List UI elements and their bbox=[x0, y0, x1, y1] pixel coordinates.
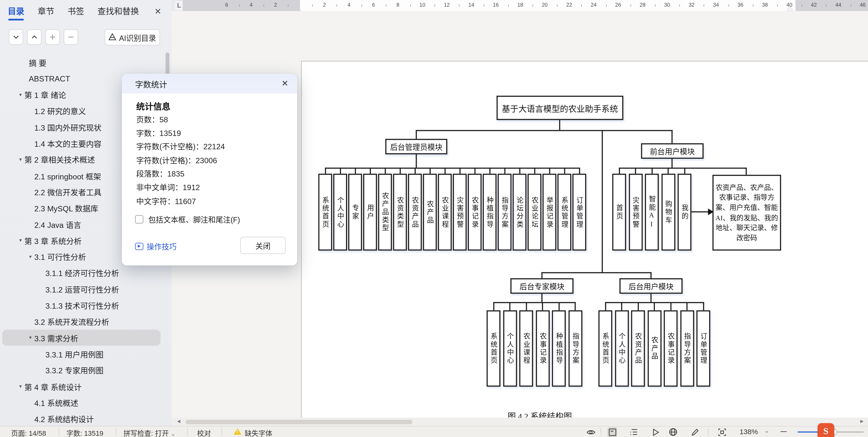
connector bbox=[671, 159, 672, 168]
expand-all-button[interactable] bbox=[27, 30, 41, 45]
scroll-left-icon[interactable]: ◄ bbox=[176, 418, 181, 424]
expand-arrow-icon[interactable]: ▼ bbox=[17, 384, 24, 389]
toc-item[interactable]: 摘 要 bbox=[2, 54, 160, 70]
expand-arrow-icon[interactable]: ▼ bbox=[17, 92, 24, 97]
chart-front-children: 首页灾害预警智能AI购物车我的 bbox=[612, 174, 692, 251]
outline-view-icon[interactable] bbox=[629, 427, 639, 437]
connector bbox=[325, 168, 580, 169]
ruler-number: 34 bbox=[713, 2, 719, 8]
dialog-close-icon[interactable]: ✕ bbox=[281, 78, 288, 89]
tab-contents[interactable]: 目录 bbox=[8, 5, 24, 19]
web-view-icon[interactable] bbox=[668, 427, 678, 437]
connector bbox=[541, 272, 542, 278]
expand-arrow-icon[interactable]: ▼ bbox=[17, 238, 24, 243]
chevron-down-icon: ⌄ bbox=[170, 431, 175, 437]
sidebar-close-icon[interactable]: ✕ bbox=[154, 7, 161, 16]
toc-item-label: 3.3.1 用户用例图 bbox=[45, 348, 103, 359]
ruler-number: 38 bbox=[762, 2, 768, 8]
expand-arrow-icon[interactable]: ▼ bbox=[17, 157, 24, 162]
chart-leaf-box: 个人中心 bbox=[503, 310, 517, 386]
collapse-all-button[interactable] bbox=[9, 30, 23, 45]
fit-page-icon[interactable] bbox=[717, 427, 726, 437]
close-button[interactable]: 关闭 bbox=[240, 237, 286, 254]
missing-font-warning[interactable]: 缺失字体 bbox=[245, 428, 272, 437]
toc-item[interactable]: 3.2 系统开发流程分析 bbox=[2, 313, 160, 330]
toc-item[interactable]: 4.2 系统结构设计 bbox=[2, 411, 160, 426]
connector bbox=[650, 272, 651, 278]
right-indent-marker[interactable] bbox=[787, 7, 793, 10]
video-play-icon: ▶ bbox=[135, 242, 143, 250]
zoom-out-button[interactable] bbox=[64, 30, 78, 45]
dialog-header[interactable]: 字数统计 ✕ bbox=[122, 73, 297, 94]
page-view-icon[interactable] bbox=[607, 427, 617, 437]
chart-leaf-box: 购物车 bbox=[661, 174, 675, 251]
toc-item[interactable]: 3.1.1 经济可行性分析 bbox=[2, 265, 160, 281]
zoom-chevron-down-icon[interactable]: ⌄ bbox=[765, 428, 769, 434]
include-textbox-checkbox-row[interactable]: 包括文本框、脚注和尾注(F) bbox=[135, 213, 240, 225]
ruler-number: 4 bbox=[348, 2, 350, 8]
toc-item[interactable]: ▼3.3 需求分析 bbox=[2, 330, 160, 346]
eye-protection-icon[interactable] bbox=[586, 427, 596, 437]
dialog-title: 字数统计 bbox=[135, 78, 167, 89]
chart-leaf-box: 订单管理 bbox=[696, 310, 710, 386]
ruler-number: 16 bbox=[493, 2, 499, 8]
chart-leaf-box: 智能AI bbox=[645, 174, 659, 251]
toc-item-label: 3.2 系统开发流程分析 bbox=[34, 316, 109, 327]
chart-leaf-box: 农产品 bbox=[647, 310, 661, 386]
toc-item[interactable]: 3.1.2 运营可行性分析 bbox=[2, 281, 160, 297]
ruler-number: 26 bbox=[615, 2, 621, 8]
toc-item[interactable]: 4.1 系统概述 bbox=[2, 395, 160, 411]
spell-check-indicator[interactable]: 拼写检查: 打开 ⌄ bbox=[123, 428, 175, 437]
zoom-in-button[interactable] bbox=[45, 30, 60, 45]
scroll-right-icon[interactable]: ► bbox=[859, 418, 865, 424]
checkbox-label: 包括文本框、脚注和尾注(F) bbox=[148, 213, 240, 225]
zoom-out-icon[interactable]: — bbox=[780, 428, 786, 434]
document-page[interactable]: 基于大语言模型的农业助手系统 后台管理员模块 系统首页个人中心专家用户农产品类型… bbox=[301, 61, 868, 418]
toc-item[interactable]: 3.3.2 专家用例图 bbox=[2, 362, 160, 378]
stats-section-title: 统计信息 bbox=[136, 100, 170, 111]
chart-leaf-box: 农产品类型 bbox=[378, 174, 392, 251]
connector bbox=[541, 294, 542, 302]
wps-writer-window: 目录 章节 书签 查找和替换 ✕ AI识别目录 摘 要ABSTRACT▼第 1 … bbox=[0, 0, 868, 437]
ai-recognize-toc-button[interactable]: AI识别目录 bbox=[105, 30, 160, 46]
toc-item-label: 3.3.2 专家用例图 bbox=[45, 365, 103, 376]
stats-list: 页数：58字数：13519字符数(不计空格)：22124字符数(计空格)：230… bbox=[136, 113, 225, 209]
horizontal-scrollbar[interactable]: ◄ ► bbox=[172, 418, 868, 426]
connector bbox=[746, 168, 747, 175]
expand-arrow-icon[interactable]: ▼ bbox=[27, 254, 34, 259]
operation-tips-link[interactable]: ▶ 操作技巧 bbox=[135, 240, 177, 251]
ai-logo-icon bbox=[108, 33, 116, 42]
pen-edit-icon[interactable] bbox=[690, 427, 700, 437]
ruler-number: 4 bbox=[250, 2, 252, 8]
ruler-number: 12 bbox=[444, 2, 450, 8]
chart-admin-children: 系统首页个人中心专家用户农产品类型农资类型农资产品农产品农业课程灾害预警农事记录… bbox=[318, 174, 586, 251]
toc-item[interactable]: 3.1.3 技术可行性分析 bbox=[2, 297, 160, 313]
chart-leaf-box: 指导方案 bbox=[569, 310, 583, 386]
proofread-button[interactable]: 校对 bbox=[197, 428, 211, 437]
chart-leaf-box: 农事记录 bbox=[536, 310, 550, 386]
tab-bookmarks[interactable]: 书签 bbox=[67, 5, 84, 19]
tab-chapters[interactable]: 章节 bbox=[38, 5, 54, 19]
zoom-level-value[interactable]: 138% bbox=[740, 428, 758, 436]
horizontal-scrollbar-thumb[interactable] bbox=[186, 420, 412, 424]
toc-toolbar bbox=[9, 30, 78, 46]
expand-arrow-icon[interactable]: ▼ bbox=[27, 335, 34, 340]
toc-item[interactable]: ▼第 4 章 系统设计 bbox=[2, 378, 160, 395]
horizontal-ruler[interactable]: 6422468101214161820222426283032343638404… bbox=[183, 0, 868, 11]
chart-leaf-box: 农资产品 bbox=[408, 174, 422, 251]
status-bar: 页面: 14/58 字数: 13519 拼写检查: 打开 ⌄ 校对 缺失字体 bbox=[0, 426, 868, 437]
tab-find-replace[interactable]: 查找和替换 bbox=[97, 5, 139, 19]
checkbox-unchecked-icon[interactable] bbox=[135, 215, 143, 223]
toc-item-label: 1.2 研究的意义 bbox=[34, 105, 86, 116]
word-count-indicator[interactable]: 字数: 13519 bbox=[66, 428, 103, 437]
toc-item[interactable]: 3.3.1 用户用例图 bbox=[2, 346, 160, 362]
toc-item-label: 第 1 章 绪论 bbox=[24, 89, 66, 100]
word-count-dialog: 字数统计 ✕ 统计信息 页数：58字数：13519字符数(不计空格)：22124… bbox=[122, 73, 297, 266]
toc-item-label: 2.4 Java 语言 bbox=[34, 218, 81, 230]
ruler-number: 40 bbox=[786, 2, 792, 8]
read-mode-icon[interactable] bbox=[650, 427, 660, 437]
toc-item-label: 3.3 需求分析 bbox=[34, 332, 78, 343]
tab-stop-selector[interactable]: L bbox=[175, 1, 183, 10]
page-indicator[interactable]: 页面: 14/58 bbox=[11, 428, 46, 437]
wps-assistant-logo[interactable]: S bbox=[817, 423, 834, 437]
